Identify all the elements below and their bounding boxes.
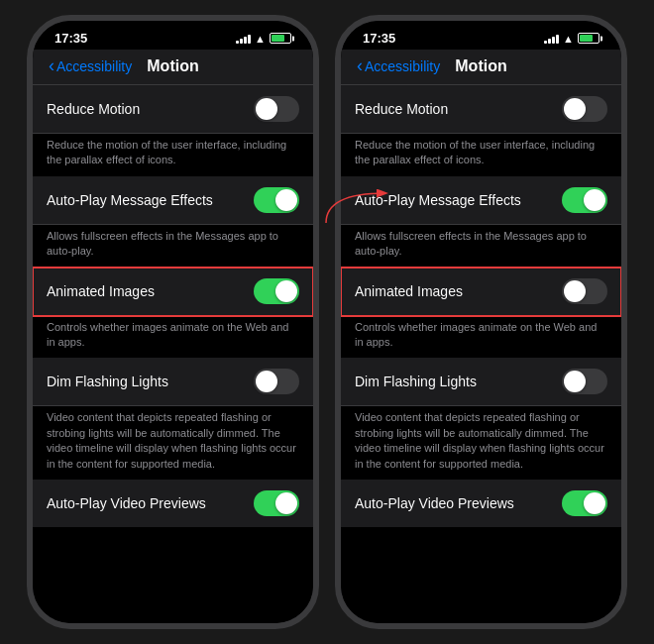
phone-right: 17:35 ▲ ‹ Acc xyxy=(335,15,627,629)
animated-images-label-left: Animated Images xyxy=(47,283,254,299)
signal-left xyxy=(236,34,251,44)
status-bar-left: 17:35 ▲ xyxy=(33,21,313,50)
wifi-icon-left: ▲ xyxy=(255,33,266,45)
animated-images-row-left: Animated Images xyxy=(33,268,313,316)
reduce-motion-desc-left: Reduce the motion of the user interface,… xyxy=(33,134,313,176)
arrow-connector xyxy=(321,183,390,233)
nav-back-label-right: Accessibility xyxy=(365,58,440,74)
phones-wrapper: 17:35 ▲ ‹ Acc xyxy=(27,15,627,629)
animated-images-toggle-left[interactable] xyxy=(254,278,299,304)
battery-left xyxy=(270,33,291,44)
animated-images-desc-left: Controls whether images animate on the W… xyxy=(33,316,313,359)
animated-images-desc-right: Controls whether images animate on the W… xyxy=(341,316,621,359)
nav-back-label-left: Accessibility xyxy=(56,58,132,74)
auto-play-msg-toggle-left[interactable] xyxy=(254,187,299,213)
signal-right xyxy=(544,34,559,44)
dim-flashing-toggle-left[interactable] xyxy=(254,369,299,394)
auto-play-video-toggle-left[interactable] xyxy=(254,490,299,516)
dim-flashing-desc-left: Video content that depicts repeated flas… xyxy=(33,406,313,480)
nav-title-right: Motion xyxy=(455,57,506,75)
auto-play-video-row-left: Auto-Play Video Previews xyxy=(33,480,313,527)
auto-play-msg-toggle-right[interactable] xyxy=(562,187,607,213)
nav-back-left[interactable]: ‹ Accessibility xyxy=(49,55,132,76)
reduce-motion-row-left: Reduce Motion xyxy=(33,84,313,134)
auto-play-msg-row-left: Auto-Play Message Effects xyxy=(33,176,313,225)
auto-play-video-label-left: Auto-Play Video Previews xyxy=(47,495,254,511)
animated-images-row-right: Animated Images xyxy=(341,268,621,316)
animated-images-toggle-right[interactable] xyxy=(562,278,607,304)
time-right: 17:35 xyxy=(363,31,395,46)
status-icons-left: ▲ xyxy=(236,33,291,45)
reduce-motion-toggle-left[interactable] xyxy=(254,96,299,122)
reduce-motion-toggle-right[interactable] xyxy=(562,96,607,122)
auto-play-msg-label-left: Auto-Play Message Effects xyxy=(47,192,254,208)
dim-flashing-toggle-right[interactable] xyxy=(562,369,607,394)
dim-flashing-row-right: Dim Flashing Lights xyxy=(341,358,621,406)
auto-play-video-row-right: Auto-Play Video Previews xyxy=(341,480,621,527)
reduce-motion-desc-right: Reduce the motion of the user interface,… xyxy=(341,134,621,176)
status-bar-right: 17:35 ▲ xyxy=(341,21,621,50)
status-icons-right: ▲ xyxy=(544,33,600,45)
auto-play-video-toggle-right[interactable] xyxy=(562,490,607,516)
time-left: 17:35 xyxy=(54,31,87,46)
auto-play-msg-desc-left: Allows fullscreen effects in the Message… xyxy=(33,225,313,268)
settings-scroll-right: Reduce Motion Reduce the motion of the u… xyxy=(341,84,621,623)
reduce-motion-row-right: Reduce Motion xyxy=(341,84,621,134)
reduce-motion-label-left: Reduce Motion xyxy=(47,101,254,117)
dim-flashing-label-right: Dim Flashing Lights xyxy=(355,374,562,389)
nav-bar-right: ‹ Accessibility Motion xyxy=(341,50,621,84)
auto-play-video-label-right: Auto-Play Video Previews xyxy=(355,495,562,511)
nav-back-right[interactable]: ‹ Accessibility xyxy=(357,55,440,76)
phone-left: 17:35 ▲ ‹ Acc xyxy=(27,15,319,629)
dim-flashing-desc-right: Video content that depicts repeated flas… xyxy=(341,406,621,480)
back-arrow-right: ‹ xyxy=(357,55,363,76)
animated-images-label-right: Animated Images xyxy=(355,283,562,299)
wifi-icon-right: ▲ xyxy=(563,33,574,45)
back-arrow-left: ‹ xyxy=(49,55,54,76)
dim-flashing-label-left: Dim Flashing Lights xyxy=(47,374,254,389)
settings-scroll-left: Reduce Motion Reduce the motion of the u… xyxy=(33,84,313,623)
battery-right xyxy=(578,33,600,44)
dim-flashing-row-left: Dim Flashing Lights xyxy=(33,358,313,406)
nav-title-left: Motion xyxy=(147,57,198,75)
nav-bar-left: ‹ Accessibility Motion xyxy=(33,50,313,84)
reduce-motion-label-right: Reduce Motion xyxy=(355,101,562,117)
